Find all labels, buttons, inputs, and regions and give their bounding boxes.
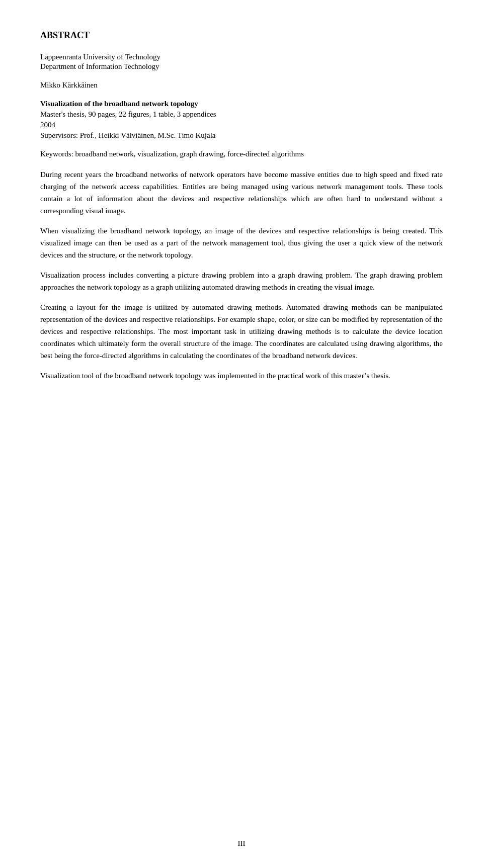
- department-name: Department of Information Technology: [40, 62, 443, 71]
- paragraph-1: During recent years the broadband networ…: [40, 168, 443, 217]
- supervisors: Supervisors: Prof., Heikki Välviäinen, M…: [40, 131, 443, 140]
- thesis-year: 2004: [40, 121, 443, 129]
- thesis-meta: Master's thesis, 90 pages, 22 figures, 1…: [40, 110, 443, 119]
- university-name: Lappeenranta University of Technology: [40, 53, 443, 61]
- paragraph-2: When visualizing the broadband network t…: [40, 225, 443, 261]
- paragraph-3: Visualization process includes convertin…: [40, 269, 443, 293]
- abstract-title: ABSTRACT: [40, 30, 443, 41]
- paragraph-4: Creating a layout for the image is utili…: [40, 301, 443, 362]
- author-name: Mikko Kärkkäinen: [40, 81, 443, 90]
- page: ABSTRACT Lappeenranta University of Tech…: [0, 0, 483, 868]
- thesis-title: Visualization of the broadband network t…: [40, 100, 443, 108]
- page-number: III: [238, 839, 246, 848]
- keywords: Keywords: broadband network, visualizati…: [40, 150, 443, 158]
- paragraph-5: Visualization tool of the broadband netw…: [40, 370, 443, 382]
